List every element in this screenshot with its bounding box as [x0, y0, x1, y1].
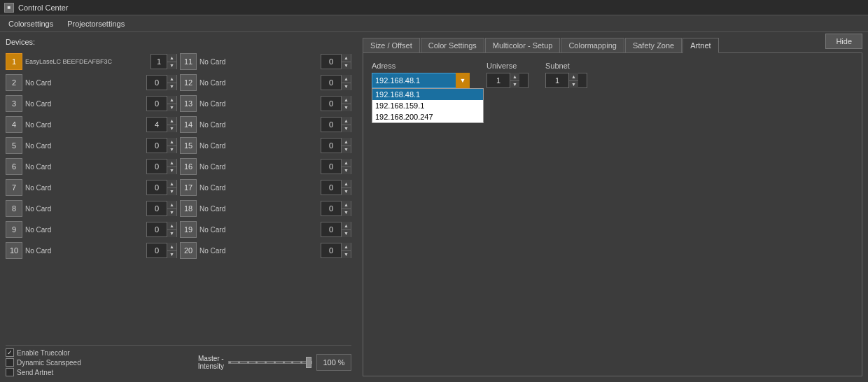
sd3[interactable]: ▼ [167, 104, 176, 112]
address-input[interactable]: 192.168.48.1 [372, 73, 470, 88]
su7[interactable]: ▲ [167, 180, 176, 188]
su17[interactable]: ▲ [342, 180, 351, 188]
device-value-14[interactable] [321, 120, 341, 129]
sd2[interactable]: ▼ [167, 83, 176, 91]
sd12[interactable]: ▼ [342, 83, 351, 91]
sd14[interactable]: ▼ [342, 125, 351, 133]
sd6[interactable]: ▼ [167, 167, 176, 175]
su16[interactable]: ▲ [342, 159, 351, 167]
device-num-btn-7[interactable]: 7 [6, 179, 22, 196]
device-value-15[interactable] [321, 141, 341, 150]
device-value-3[interactable] [147, 99, 167, 108]
subnet-value[interactable] [546, 76, 568, 85]
device-value-16[interactable] [321, 162, 341, 171]
device-num-btn-4[interactable]: 4 [6, 116, 22, 133]
su15[interactable]: ▲ [342, 138, 351, 146]
device-value-12[interactable] [321, 78, 341, 87]
device-value-20[interactable] [321, 246, 341, 255]
device-num-btn-1[interactable]: 1 [6, 53, 22, 70]
su2[interactable]: ▲ [167, 75, 176, 83]
device-num-btn-5[interactable]: 5 [6, 137, 22, 154]
device-value-11[interactable] [321, 57, 341, 66]
dropdown-option-1[interactable]: 192.168.48.1 [372, 89, 483, 100]
su12[interactable]: ▲ [342, 75, 351, 83]
universe-up[interactable]: ▲ [510, 73, 519, 81]
tab-multicolor-setup[interactable]: Multicolor - Setup [485, 38, 561, 52]
su5[interactable]: ▲ [167, 138, 176, 146]
sd11[interactable]: ▼ [342, 62, 351, 70]
checkbox-row-truecolor[interactable]: Enable Truecolor [6, 348, 81, 357]
hide-button[interactable]: Hide [825, 34, 862, 49]
device-num-btn-16[interactable]: 16 [180, 158, 197, 175]
device-num-btn-6[interactable]: 6 [6, 158, 22, 175]
device-num-btn-15[interactable]: 15 [180, 137, 197, 154]
tab-size-offset[interactable]: Size / Offset [363, 38, 420, 52]
universe-value[interactable] [487, 76, 510, 85]
sd7[interactable]: ▼ [167, 188, 176, 196]
device-num-btn-18[interactable]: 18 [180, 200, 197, 217]
menu-colorsettings[interactable]: Colorsettings [6, 18, 56, 29]
device-value-17[interactable] [321, 183, 341, 192]
tab-color-settings[interactable]: Color Settings [421, 38, 484, 52]
subnet-spinner[interactable]: ▲ ▼ [545, 73, 587, 88]
checkbox-scanspeed[interactable] [6, 358, 14, 367]
device-value-10[interactable] [147, 246, 167, 255]
device-value-8[interactable] [147, 204, 167, 213]
device-value-4[interactable] [147, 120, 167, 129]
sd9[interactable]: ▼ [167, 230, 176, 238]
device-spinner-1[interactable]: ▲ ▼ [150, 54, 177, 69]
device-value-13[interactable] [321, 99, 341, 108]
spinner-up-1[interactable]: ▲ [167, 54, 176, 62]
device-num-btn-20[interactable]: 20 [180, 242, 197, 259]
sd19[interactable]: ▼ [342, 230, 351, 238]
sd4[interactable]: ▼ [167, 125, 176, 133]
su10[interactable]: ▲ [167, 243, 176, 251]
subnet-up[interactable]: ▲ [569, 73, 578, 81]
su9[interactable]: ▲ [167, 222, 176, 230]
device-value-18[interactable] [321, 204, 341, 213]
device-value-2[interactable] [147, 78, 167, 87]
su18[interactable]: ▲ [342, 201, 351, 209]
checkbox-row-scanspeed[interactable]: Dynamic Scanspeed [6, 358, 81, 367]
sd17[interactable]: ▼ [342, 188, 351, 196]
sd8[interactable]: ▼ [167, 209, 176, 217]
device-value-7[interactable] [147, 183, 167, 192]
device-num-btn-13[interactable]: 13 [180, 95, 197, 112]
su8[interactable]: ▲ [167, 201, 176, 209]
su6[interactable]: ▲ [167, 159, 176, 167]
tab-artnet[interactable]: Artnet [682, 38, 718, 53]
sd16[interactable]: ▼ [342, 167, 351, 175]
tab-colormapping[interactable]: Colormapping [561, 38, 624, 52]
sd5[interactable]: ▼ [167, 146, 176, 154]
device-num-btn-2[interactable]: 2 [6, 74, 22, 91]
sd10[interactable]: ▼ [167, 251, 176, 259]
dropdown-option-2[interactable]: 192.168.159.1 [372, 100, 483, 111]
sd18[interactable]: ▼ [342, 209, 351, 217]
subnet-down[interactable]: ▼ [569, 81, 578, 89]
dropdown-option-3[interactable]: 192.168.200.247 [372, 111, 483, 122]
universe-spinner[interactable]: ▲ ▼ [486, 73, 528, 88]
su3[interactable]: ▲ [167, 96, 176, 104]
checkbox-artnet[interactable] [6, 368, 14, 376]
device-num-btn-8[interactable]: 8 [6, 200, 22, 217]
device-value-6[interactable] [147, 162, 167, 171]
su19[interactable]: ▲ [342, 222, 351, 230]
device-num-btn-17[interactable]: 17 [180, 179, 197, 196]
device-value-9[interactable] [147, 225, 167, 234]
su13[interactable]: ▲ [342, 96, 351, 104]
su20[interactable]: ▲ [342, 243, 351, 251]
checkbox-truecolor[interactable] [6, 348, 14, 357]
checkbox-row-artnet[interactable]: Send Artnet [6, 368, 81, 376]
universe-down[interactable]: ▼ [510, 81, 519, 89]
slider-container[interactable] [228, 357, 312, 368]
device-num-btn-10[interactable]: 10 [6, 242, 22, 259]
sd15[interactable]: ▼ [342, 146, 351, 154]
menu-projectorsettings[interactable]: Projectorsettings [64, 18, 127, 29]
sd13[interactable]: ▼ [342, 104, 351, 112]
su14[interactable]: ▲ [342, 117, 351, 125]
su11[interactable]: ▲ [342, 54, 351, 62]
su4[interactable]: ▲ [167, 117, 176, 125]
device-value-5[interactable] [147, 141, 167, 150]
address-dropdown-arrow[interactable]: ▼ [456, 73, 470, 88]
sd20[interactable]: ▼ [342, 251, 351, 259]
